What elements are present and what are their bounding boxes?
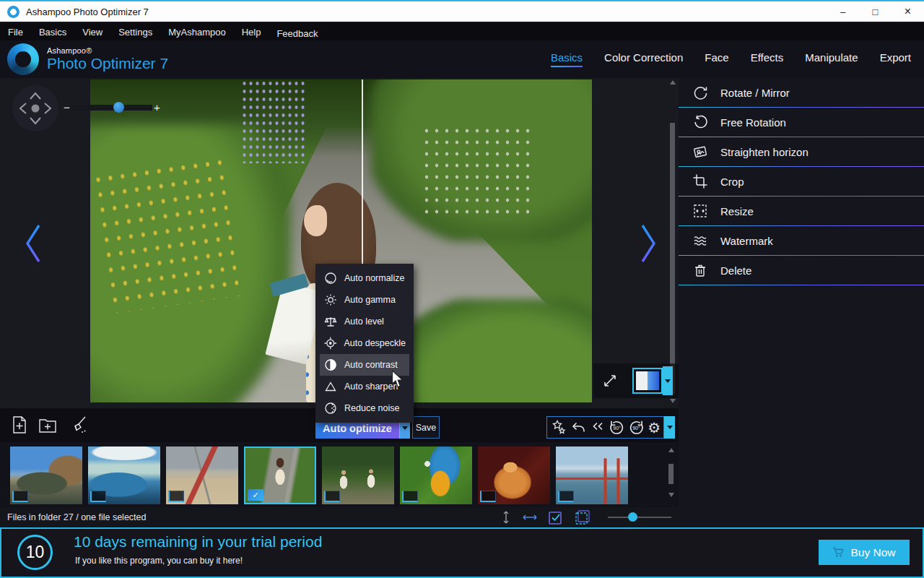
chevron-down-icon (665, 379, 671, 383)
thumbnail-parrot[interactable] (400, 447, 472, 504)
maximize-button[interactable]: □ (859, 1, 892, 22)
buy-now-button[interactable]: Buy Now (819, 540, 910, 565)
thumbnail-children[interactable] (322, 447, 394, 504)
compare-view-button[interactable] (632, 366, 673, 395)
scroll-up-icon[interactable] (668, 448, 674, 452)
tab-basics[interactable]: Basics (551, 51, 583, 68)
tab-export[interactable]: Export (880, 51, 911, 68)
thumbnail-beach[interactable] (166, 447, 238, 504)
before-after-icon[interactable] (632, 368, 663, 394)
menu-item-label: Auto level (344, 316, 384, 327)
tab-effects[interactable]: Effects (751, 51, 784, 68)
sharpen-triangle-icon (323, 379, 338, 394)
cart-icon (832, 547, 845, 558)
sidebar-item-resize[interactable]: Resize (679, 197, 924, 226)
undo-button[interactable] (570, 419, 588, 436)
menu-basics[interactable]: Basics (31, 25, 74, 40)
zoom-slider[interactable]: − + (62, 102, 162, 113)
menu-item-auto-gamma[interactable]: Auto gamma (320, 289, 409, 311)
menu-view[interactable]: View (74, 25, 110, 40)
thumb-checkbox[interactable] (558, 491, 574, 502)
thumbnail-bridge[interactable] (556, 447, 628, 504)
sidebar-item-delete[interactable]: Delete (679, 256, 924, 285)
noise-icon (323, 401, 338, 415)
thumb-checkbox-checked[interactable]: ✓ (248, 489, 263, 501)
sidebar-item-free-rotation[interactable]: Free Rotation (679, 108, 924, 137)
fullscreen-button[interactable] (593, 366, 627, 396)
select-checked-icon[interactable] (547, 509, 565, 526)
add-file-button[interactable] (9, 415, 30, 435)
zoom-track[interactable] (71, 105, 152, 111)
history-dropdown-button[interactable] (664, 416, 675, 439)
tab-color-correction[interactable]: Color Correction (604, 51, 683, 68)
thumbnail-cat[interactable] (478, 447, 550, 504)
menu-myashampoo[interactable]: MyAshampoo (160, 25, 233, 40)
zoom-thumb[interactable] (113, 102, 124, 113)
rotate-left-90-button[interactable]: 90° (607, 418, 626, 437)
sidebar-item-crop[interactable]: Crop (679, 167, 924, 197)
compare-dropdown-button[interactable] (663, 366, 673, 395)
rotate-right-90-icon: 90° (627, 418, 646, 437)
thumb-checkbox[interactable] (168, 491, 184, 502)
close-button[interactable]: × (892, 1, 924, 22)
thumb-checkbox[interactable] (90, 491, 106, 502)
rotate-right-90-button[interactable]: 90° (627, 418, 646, 437)
scroll-down-icon[interactable] (670, 399, 676, 403)
crop-icon (692, 173, 709, 190)
save-button[interactable]: Save (412, 416, 440, 439)
menu-item-auto-normalize[interactable]: Auto normalize (320, 267, 409, 289)
menu-help[interactable]: Help (234, 25, 269, 40)
select-region-icon[interactable] (574, 509, 591, 526)
product-name: Photo Optimizer 7 (47, 55, 168, 72)
fit-horizontal-icon[interactable] (522, 512, 538, 523)
clean-button[interactable] (68, 415, 90, 436)
thumbnail-girl-selected[interactable]: ✓ (244, 447, 316, 504)
scroll-down-icon[interactable] (668, 493, 674, 497)
despeckle-target-icon (323, 336, 338, 350)
menu-item-auto-level[interactable]: Auto level (320, 311, 409, 332)
resize-icon (692, 202, 709, 220)
window-controls: – □ × (827, 1, 924, 22)
menu-file[interactable]: File (0, 25, 31, 40)
thumb-checkbox[interactable] (12, 491, 28, 502)
thumb-checkbox[interactable] (480, 491, 496, 502)
previous-image-button[interactable] (22, 221, 43, 266)
menu-feedback[interactable]: Feedback (269, 26, 326, 41)
zoom-in-label[interactable]: + (152, 103, 162, 113)
trial-days-badge: 10 (17, 535, 53, 570)
thumbnail-truck[interactable] (10, 447, 82, 504)
thumbnail-car[interactable] (88, 447, 160, 504)
undo-all-button[interactable] (589, 419, 606, 436)
viewer-scroll-thumb[interactable] (670, 123, 675, 394)
zoom-out-label[interactable]: − (62, 103, 71, 113)
menu-settings[interactable]: Settings (110, 25, 160, 40)
menu-item-auto-despeckle[interactable]: Auto despeckle (320, 332, 409, 354)
tab-manipulate[interactable]: Manipulate (805, 51, 858, 68)
sidebar-item-watermark[interactable]: Watermark (679, 226, 924, 256)
scroll-up-icon[interactable] (670, 80, 676, 85)
thumb-checkbox[interactable] (324, 491, 340, 502)
tab-face[interactable]: Face (705, 51, 728, 68)
status-text: Files in folder 27 / one file selected (7, 512, 146, 522)
thumb-checkbox[interactable] (402, 491, 418, 502)
next-image-button[interactable] (638, 221, 660, 266)
straighten-horizon-icon (692, 143, 709, 160)
fit-vertical-icon[interactable] (500, 510, 513, 525)
sidebar-item-rotate-mirror[interactable]: Rotate / Mirror (679, 78, 924, 108)
add-folder-button[interactable] (38, 415, 58, 435)
thumbnail-size-thumb[interactable] (628, 512, 637, 522)
add-file-icon (9, 415, 30, 435)
viewer-scrollbar[interactable] (669, 78, 677, 408)
menu-item-label: Auto despeckle (344, 338, 406, 348)
filmstrip-scrollbar[interactable] (668, 448, 675, 503)
status-bar: Files in folder 27 / one file selected (0, 507, 679, 527)
sidebar-item-straighten-horizon[interactable]: Straighten horizon (679, 137, 924, 167)
filmstrip-scroll-thumb[interactable] (668, 464, 674, 484)
pan-control[interactable] (12, 85, 59, 132)
chevron-right-icon (642, 225, 654, 262)
menu-item-reduce-noise[interactable]: Reduce noise (320, 397, 409, 419)
rate-stars-button[interactable] (550, 419, 569, 436)
settings-gear-icon[interactable]: ⚙ (648, 420, 661, 435)
thumbnail-size-slider[interactable] (608, 517, 671, 518)
minimize-button[interactable]: – (827, 1, 859, 22)
